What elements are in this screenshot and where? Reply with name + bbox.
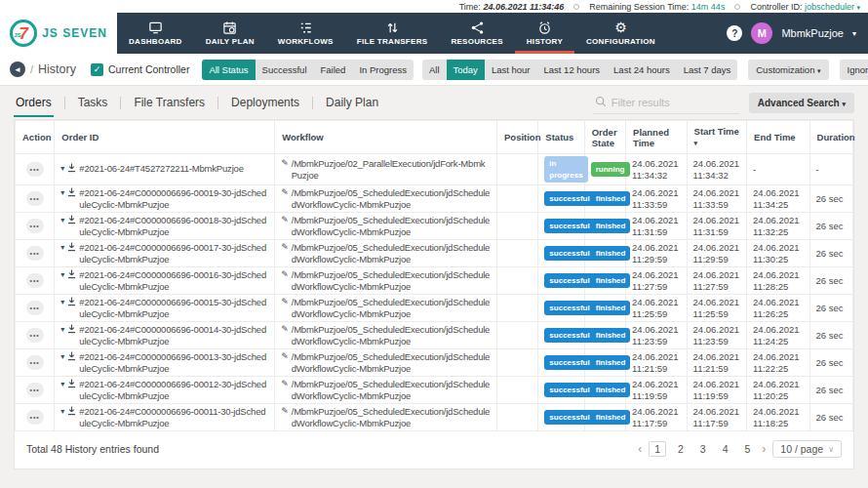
filter-last-7-days[interactable]: Last 7 days bbox=[677, 60, 738, 80]
expand-caret-icon[interactable]: ▾ bbox=[60, 163, 64, 174]
workflow-link[interactable]: /MbmkPuzjoe/05_ScheduledExecution/jdSche… bbox=[292, 324, 491, 346]
download-log-icon[interactable] bbox=[67, 242, 76, 255]
col-duration[interactable]: Duration bbox=[809, 121, 852, 154]
expand-caret-icon[interactable]: ▾ bbox=[60, 269, 64, 280]
order-id-link[interactable]: #2021-06-24#C0000006696-00017-30-jdSched… bbox=[79, 242, 268, 264]
filter-input[interactable] bbox=[612, 97, 729, 108]
col-planned-time[interactable]: Planned Time bbox=[626, 121, 688, 154]
row-actions-button[interactable]: ••• bbox=[26, 273, 44, 288]
nav-item-history[interactable]: HISTORY bbox=[515, 13, 574, 54]
workflow-link[interactable]: /MbmkPuzjoe/05_ScheduledExecution/jdSche… bbox=[292, 242, 491, 264]
controller-id[interactable]: Controller ID: jobscheduler ▾ bbox=[750, 2, 860, 12]
order-id-link[interactable]: #2021-06-24#C0000006696-00014-30-jdSched… bbox=[79, 324, 268, 346]
row-actions-button[interactable]: ••• bbox=[26, 410, 44, 425]
filter-today[interactable]: Today bbox=[447, 60, 485, 80]
edit-workflow-icon[interactable]: ✎ bbox=[281, 269, 289, 280]
download-log-icon[interactable] bbox=[67, 187, 76, 200]
avatar[interactable]: M bbox=[751, 22, 772, 44]
order-id-link[interactable]: #2021-06-24#T4527272211-MbmkPuzjoe bbox=[79, 163, 243, 175]
row-actions-button[interactable]: ••• bbox=[26, 301, 44, 315]
download-log-icon[interactable] bbox=[67, 297, 76, 309]
edit-workflow-icon[interactable]: ✎ bbox=[281, 406, 289, 417]
expand-caret-icon[interactable]: ▾ bbox=[60, 242, 64, 253]
ignore-list-dropdown[interactable]: Ignore List ▾ bbox=[840, 60, 868, 80]
order-id-link[interactable]: #2021-06-24#C0000006696-00016-30-jdSched… bbox=[79, 269, 268, 292]
edit-workflow-icon[interactable]: ✎ bbox=[281, 242, 289, 253]
download-log-icon[interactable] bbox=[67, 406, 76, 419]
back-icon[interactable]: ◄ bbox=[10, 61, 25, 77]
filter-in-progress[interactable]: In Progress bbox=[352, 60, 414, 80]
download-log-icon[interactable] bbox=[67, 163, 76, 176]
advanced-search-dropdown[interactable]: Advanced Search ▾ bbox=[749, 93, 854, 113]
nav-item-dashboard[interactable]: DASHBOARD bbox=[117, 13, 194, 54]
workflow-link[interactable]: /MbmkPuzjoe/05_ScheduledExecution/jdSche… bbox=[292, 187, 491, 210]
nav-item-configuration[interactable]: ⚙ CONFIGURATION bbox=[574, 13, 667, 54]
col-position[interactable]: Position bbox=[497, 121, 538, 154]
expand-caret-icon[interactable]: ▾ bbox=[60, 406, 64, 417]
page-size-select[interactable]: 10 / page ∨ bbox=[772, 440, 842, 458]
download-log-icon[interactable] bbox=[67, 269, 76, 282]
workflow-link[interactable]: /MbmkPuzjoe/05_ScheduledExecution/jdSche… bbox=[292, 351, 491, 374]
col-start-time[interactable]: Start Time ▾ bbox=[687, 121, 747, 154]
expand-caret-icon[interactable]: ▾ bbox=[60, 297, 64, 307]
current-controller-checkbox[interactable]: ✓ bbox=[91, 63, 103, 76]
row-actions-button[interactable]: ••• bbox=[26, 162, 44, 177]
nav-item-resources[interactable]: RESOURCES bbox=[439, 13, 514, 54]
nav-item-file-transfers[interactable]: FILE TRANSFERS bbox=[345, 13, 440, 54]
edit-workflow-icon[interactable]: ✎ bbox=[281, 158, 289, 169]
download-log-icon[interactable] bbox=[67, 324, 76, 337]
order-id-link[interactable]: #2021-06-24#C0000006696-00012-30-jdSched… bbox=[79, 379, 268, 401]
help-icon[interactable]: ? bbox=[727, 25, 742, 41]
edit-workflow-icon[interactable]: ✎ bbox=[281, 187, 289, 198]
expand-caret-icon[interactable]: ▾ bbox=[60, 379, 64, 389]
order-id-link[interactable]: #2021-06-24#C0000006696-00013-30-jdSched… bbox=[79, 351, 268, 374]
order-id-link[interactable]: #2021-06-24#C0000006696-00019-30-jdSched… bbox=[79, 187, 268, 210]
edit-workflow-icon[interactable]: ✎ bbox=[281, 351, 289, 362]
edit-workflow-icon[interactable]: ✎ bbox=[281, 215, 289, 225]
row-actions-button[interactable]: ••• bbox=[26, 219, 44, 233]
page-number-1[interactable]: 1 bbox=[649, 441, 666, 457]
filter-last-hour[interactable]: Last hour bbox=[485, 60, 537, 80]
download-log-icon[interactable] bbox=[67, 351, 76, 364]
row-actions-button[interactable]: ••• bbox=[26, 383, 44, 397]
tab-deployments[interactable]: Deployments bbox=[229, 88, 301, 117]
row-actions-button[interactable]: ••• bbox=[26, 246, 44, 261]
filter-all[interactable]: All bbox=[422, 60, 447, 80]
download-log-icon[interactable] bbox=[67, 215, 76, 227]
workflow-link[interactable]: /MbmkPuzjoe/05_ScheduledExecution/jdSche… bbox=[292, 379, 491, 401]
filter-last-12-hours[interactable]: Last 12 hours bbox=[537, 60, 608, 80]
download-log-icon[interactable] bbox=[67, 379, 76, 391]
expand-caret-icon[interactable]: ▾ bbox=[60, 187, 64, 198]
col-end-time[interactable]: End Time bbox=[747, 121, 810, 154]
workflow-link[interactable]: /MbmkPuzjoe/05_ScheduledExecution/jdSche… bbox=[292, 406, 491, 428]
tab-tasks[interactable]: Tasks bbox=[76, 88, 110, 117]
col-order-state[interactable]: Order State bbox=[584, 121, 625, 154]
edit-workflow-icon[interactable]: ✎ bbox=[281, 324, 289, 335]
row-actions-button[interactable]: ••• bbox=[26, 355, 44, 370]
expand-caret-icon[interactable]: ▾ bbox=[60, 215, 64, 225]
col-status[interactable]: Status bbox=[538, 121, 584, 154]
edit-workflow-icon[interactable]: ✎ bbox=[281, 379, 289, 389]
prev-page-icon[interactable]: ‹ bbox=[638, 442, 642, 456]
user-menu[interactable]: MbmkPuzjoe bbox=[781, 27, 844, 39]
nav-item-daily-plan[interactable]: DAILY PLAN bbox=[194, 13, 266, 54]
filter-last-24-hours[interactable]: Last 24 hours bbox=[607, 60, 677, 80]
filter-successful[interactable]: Successful bbox=[256, 60, 314, 80]
order-id-link[interactable]: #2021-06-24#C0000006696-00011-30-jdSched… bbox=[79, 406, 268, 428]
nav-item-workflows[interactable]: WORKFLOWS bbox=[266, 13, 345, 54]
customization-dropdown[interactable]: Customization ▾ bbox=[748, 60, 828, 80]
workflow-link[interactable]: /MbmkPuzjoe/02_ParallelExecution/jdFork-… bbox=[292, 158, 491, 181]
order-id-link[interactable]: #2021-06-24#C0000006696-00015-30-jdSched… bbox=[79, 297, 268, 319]
row-actions-button[interactable]: ••• bbox=[26, 191, 44, 206]
tab-daily-plan[interactable]: Daily Plan bbox=[324, 88, 380, 117]
expand-caret-icon[interactable]: ▾ bbox=[60, 324, 64, 335]
tab-orders[interactable]: Orders bbox=[14, 88, 54, 117]
expand-caret-icon[interactable]: ▾ bbox=[60, 351, 64, 362]
workflow-link[interactable]: /MbmkPuzjoe/05_ScheduledExecution/jdSche… bbox=[292, 215, 491, 237]
col-order-id[interactable]: Order ID bbox=[55, 121, 275, 154]
row-actions-button[interactable]: ••• bbox=[26, 328, 44, 343]
js7-logo[interactable]: JS 7 JS SEVEN bbox=[0, 13, 117, 54]
page-number-2[interactable]: 2 bbox=[673, 442, 689, 456]
edit-workflow-icon[interactable]: ✎ bbox=[281, 297, 289, 307]
filter-failed[interactable]: Failed bbox=[314, 60, 353, 80]
